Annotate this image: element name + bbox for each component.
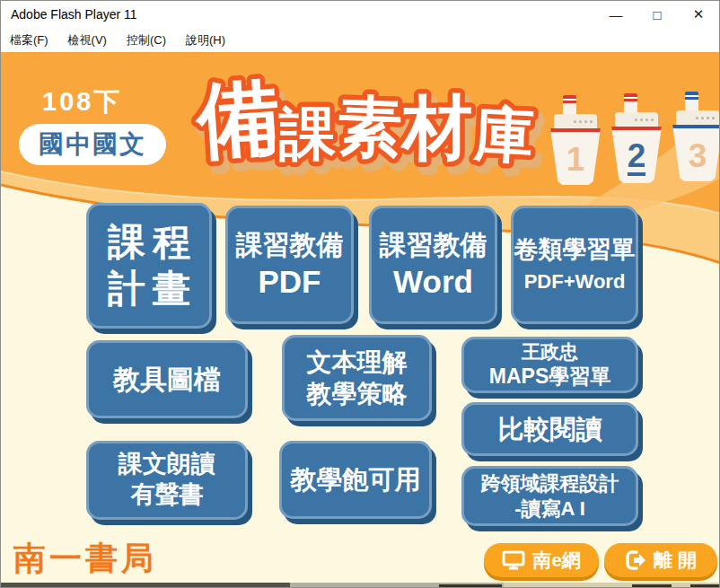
close-button[interactable]: ✕	[678, 1, 719, 28]
semester-label: 108下	[42, 84, 122, 120]
exit-button[interactable]: 離 開	[604, 543, 717, 577]
flash-stage: 備 課 素 材 庫 備 課 素 材 庫 108下 國中國文	[1, 52, 720, 583]
monitor-icon	[502, 550, 525, 570]
menu-help[interactable]: 說明(H)	[186, 32, 225, 48]
svg-text:材: 材	[400, 88, 472, 167]
ship-volume-2[interactable]: 2	[611, 93, 662, 183]
svg-text:課: 課	[278, 101, 337, 166]
ship-cabin-icon	[615, 112, 658, 127]
btn-comparative-reading[interactable]: 比較閱讀	[461, 402, 638, 456]
flash-player-window: Adobe Flash Player 11 — □ ✕ 檔案(F) 檢視(V) …	[0, 0, 720, 588]
minimize-button[interactable]: —	[595, 1, 637, 28]
btn-text-comprehension[interactable]: 文本理解 教學策略	[282, 335, 432, 421]
menu-file[interactable]: 檔案(F)	[10, 32, 48, 48]
volume-ships: 1 2 3	[550, 92, 720, 183]
btn-workbook-pdf[interactable]: 課習教備 PDF	[225, 206, 354, 324]
ship-volume-1[interactable]: 1	[550, 95, 601, 185]
btn-maps-worksheets[interactable]: 王政忠 MAPS學習單	[461, 337, 638, 393]
volume-3-number[interactable]: 3	[689, 139, 707, 172]
volume-2-number-active[interactable]: 2	[628, 139, 646, 176]
window-title: Adobe Flash Player 11	[11, 7, 137, 22]
ship-volume-3[interactable]: 3	[672, 92, 720, 181]
background-window-sliver	[1, 583, 720, 588]
volume-1-number[interactable]: 1	[566, 143, 585, 176]
maximize-button[interactable]: □	[637, 1, 678, 28]
menu-view[interactable]: 檢視(V)	[68, 32, 107, 48]
btn-teaching-ready[interactable]: 教學飽可用	[279, 441, 432, 519]
svg-text:素: 素	[336, 90, 403, 163]
exit-arrow-icon	[625, 549, 646, 571]
btn-workbook-word[interactable]: 課習教備 Word	[369, 206, 497, 324]
btn-teaching-aids[interactable]: 教具圖檔	[86, 340, 248, 418]
ship-hull-icon: 3	[672, 125, 720, 181]
app-title: 備 課 素 材 庫 備 課 素 材 庫	[191, 57, 550, 179]
svg-text:庫: 庫	[472, 100, 536, 169]
ship-cabin-icon	[554, 114, 597, 128]
ship-hull-icon: 2	[611, 127, 662, 183]
ship-hull-icon: 1	[550, 128, 601, 185]
btn-exam-worksheets[interactable]: 卷類學習單 PDF+Word	[511, 206, 638, 324]
menu-control[interactable]: 控制(C)	[127, 32, 166, 48]
window-controls: — □ ✕	[595, 1, 719, 28]
svg-text:備: 備	[191, 70, 283, 167]
nan-e-web-button[interactable]: 南e網	[484, 543, 599, 577]
btn-course-plan[interactable]: 課程 計畫	[86, 203, 212, 329]
btn-crossdomain-reading-ai[interactable]: 跨領域課程設計 -讀寫A I	[461, 466, 638, 526]
menubar: 檔案(F) 檢視(V) 控制(C) 說明(H)	[1, 28, 719, 52]
btn-audio-textbook[interactable]: 課文朗讀 有聲書	[86, 441, 248, 520]
publisher-logo: 南一書局	[13, 537, 157, 581]
ship-cabin-icon	[676, 110, 719, 125]
subject-badge: 國中國文	[19, 124, 166, 165]
